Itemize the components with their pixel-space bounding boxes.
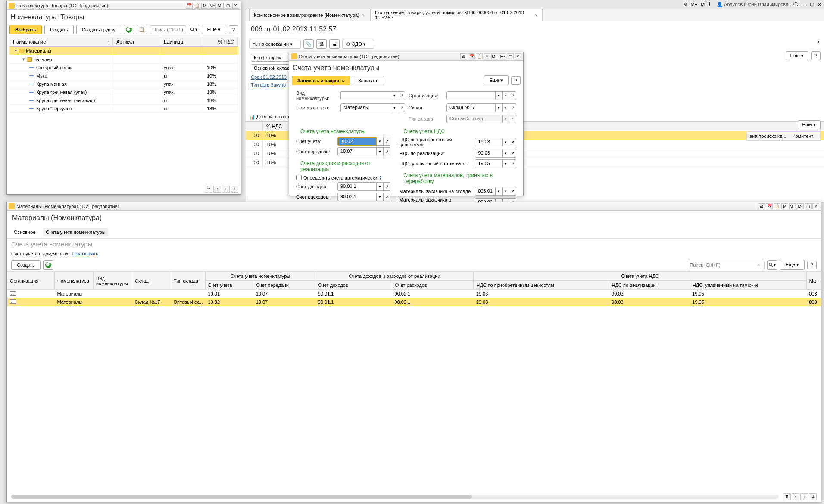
col-nds-in[interactable]: НДС по приобретенным ценностям <box>474 281 609 290</box>
nom-field[interactable]: Материалы▾↗ <box>340 103 405 112</box>
col-group-accounts[interactable]: Счета учета номенклатуры <box>206 272 315 281</box>
expense-field[interactable]: 90.02.1▾↗ <box>337 193 390 201</box>
col-nds[interactable]: % НДC <box>203 37 238 46</box>
create-button[interactable]: Создать <box>44 25 74 34</box>
search-input[interactable]: × <box>150 25 186 34</box>
table-row[interactable]: Материалы 10.0110.0790.01.190.02.1 19.03… <box>7 290 821 298</box>
m-button[interactable]: M <box>201 3 208 9</box>
col-income[interactable]: Счет доходов <box>315 281 392 290</box>
m-plus-button[interactable]: M+ <box>209 3 216 9</box>
m-button[interactable]: M <box>682 2 688 7</box>
window-titlebar[interactable]: Материалы (Номенклатура) (1С:Предприятие… <box>7 202 821 211</box>
tree-item[interactable]: Крупа гречневая (весовая) кг18% <box>9 96 238 105</box>
col-group-pl[interactable]: Счета доходов и расходов от реализации <box>315 272 474 281</box>
horizontal-scrollbar[interactable] <box>11 495 779 499</box>
print-icon[interactable]: 🖶 <box>758 203 765 209</box>
tab-commission[interactable]: Комиссионное вознаграждение (Номенклатур… <box>249 9 369 21</box>
more-button[interactable]: Еще ▾ <box>484 75 509 85</box>
maximize-icon[interactable]: ▢ <box>225 3 231 9</box>
paste-icon[interactable]: 📋 <box>137 25 147 34</box>
kind-field[interactable]: ▾↗ <box>340 91 405 100</box>
help-button[interactable]: ? <box>511 76 521 85</box>
search-input[interactable]: × <box>687 261 765 269</box>
m-minus-button[interactable]: M- <box>499 53 506 59</box>
col-origin[interactable]: ана происхожд... <box>747 132 790 140</box>
col-nds-cust[interactable]: НДС, уплаченный на таможне <box>690 281 806 290</box>
close-icon[interactable]: ✕ <box>817 2 822 7</box>
more-button[interactable]: Еще ▾ <box>786 51 808 60</box>
nds-cust-field[interactable]: 19.05▾↗ <box>475 159 516 168</box>
vendor-field[interactable]: Конфетпром <box>251 54 294 62</box>
col-nds-out[interactable]: НДС по реализации <box>609 281 690 290</box>
window-titlebar[interactable]: Счета учета номенклатуры (1С:Предприятие… <box>289 52 523 61</box>
nav-down[interactable]: ↓ <box>222 186 230 193</box>
close-icon[interactable]: ✕ <box>515 53 521 59</box>
tab-main[interactable]: Основное <box>11 228 38 236</box>
m-minus-button[interactable]: M- <box>217 3 224 9</box>
calendar-icon[interactable]: 📅 <box>186 3 193 9</box>
col-komitent[interactable]: Комитент <box>790 132 820 140</box>
auto-checkbox[interactable]: Определять счета автоматически ? <box>296 175 390 180</box>
tree-item[interactable]: Крупа "Геркулес" кг18% <box>9 105 238 113</box>
info-icon[interactable]: ⓘ <box>793 1 799 8</box>
nav-down[interactable]: ↓ <box>800 493 808 500</box>
m-minus-button[interactable]: M- <box>797 203 804 209</box>
sklad-field[interactable]: Склад №17▾×↗ <box>446 103 516 112</box>
col-acct[interactable]: Счет учета <box>206 281 253 290</box>
acct-field[interactable]: 10.02▾↗ <box>337 137 390 146</box>
refresh-icon[interactable] <box>124 25 134 34</box>
tree-folder[interactable]: ▾Бакалея <box>9 55 238 64</box>
tab-close-icon[interactable]: × <box>535 12 538 18</box>
window-titlebar[interactable]: Номенклатура: Товары (1С:Предприятие) 📅 … <box>7 1 241 10</box>
nav-up[interactable]: ↑ <box>792 493 799 500</box>
save-close-button[interactable]: Записать и закрыть <box>292 76 350 85</box>
m-button[interactable]: M <box>484 53 490 59</box>
col-nom[interactable]: Номенклатура <box>55 272 94 290</box>
tree-item[interactable]: Сахарный песок упак10% <box>9 64 238 72</box>
nav-first[interactable]: ⇈ <box>783 493 791 500</box>
doc-close-icon[interactable]: × <box>817 39 820 44</box>
list-icon[interactable]: ≣ <box>329 39 340 49</box>
price-type-link[interactable]: Тип цен: Закупо <box>251 82 286 87</box>
m-plus-button[interactable]: M+ <box>491 53 498 59</box>
nav-last[interactable]: ⇊ <box>231 186 238 193</box>
based-on-combo[interactable]: ть на основании ▾ <box>249 40 301 49</box>
help-button[interactable]: ? <box>229 25 238 34</box>
col-group-nds[interactable]: Счета учета НДC <box>474 272 807 281</box>
attach-icon[interactable]: 📎 <box>303 39 314 49</box>
col-mat[interactable]: Мат <box>806 272 821 290</box>
nav-last[interactable]: ⇊ <box>809 493 817 500</box>
m-plus-button[interactable]: M+ <box>789 203 796 209</box>
tree-item[interactable]: Крупа манная упак18% <box>9 80 238 88</box>
search-button[interactable]: ▾ <box>189 25 199 34</box>
docs-link[interactable]: Показывать <box>72 251 98 256</box>
expand-icon[interactable]: ▾ <box>14 48 18 53</box>
maximize-icon[interactable]: ▢ <box>805 203 812 209</box>
col-name[interactable]: Наименование <box>9 37 113 46</box>
create-group-button[interactable]: Создать группу <box>76 25 121 34</box>
grid-more-button[interactable]: Еще ▾ <box>798 120 821 129</box>
m-button[interactable]: M <box>781 203 788 209</box>
close-icon[interactable]: ✕ <box>812 203 819 209</box>
close-icon[interactable]: ✕ <box>232 3 239 9</box>
select-button[interactable]: Выбрать <box>9 25 42 34</box>
calc-icon[interactable]: 📋 <box>194 3 200 9</box>
refresh-icon[interactable] <box>43 260 53 270</box>
cust-stock-field[interactable]: 003.01▾×↗ <box>475 187 516 196</box>
save-button[interactable]: Записать <box>353 76 384 85</box>
clear-search-icon[interactable]: × <box>756 262 761 268</box>
org-field[interactable]: ▾×↗ <box>446 91 516 100</box>
calendar-icon[interactable]: 📅 <box>468 53 475 59</box>
m-plus-button[interactable]: M+ <box>690 2 698 7</box>
minimize-icon[interactable]: — <box>801 2 807 7</box>
sklad-field[interactable]: Основной склад <box>251 64 294 72</box>
col-transfer[interactable]: Счет передачи <box>253 281 315 290</box>
col-expense[interactable]: Счет расходов <box>392 281 474 290</box>
tab-accounts[interactable]: Счета учета номенклатуры <box>43 228 108 236</box>
calendar-icon[interactable]: 📅 <box>766 203 773 209</box>
create-button[interactable]: Создать <box>11 260 41 270</box>
table-row[interactable]: МатериалыСклад №17Оптовый ск... 10.0210.… <box>7 298 821 306</box>
more-button[interactable]: Еще ▾ <box>780 260 805 270</box>
maximize-icon[interactable]: ▢ <box>507 53 514 59</box>
income-field[interactable]: 90.01.1▾↗ <box>337 182 390 191</box>
